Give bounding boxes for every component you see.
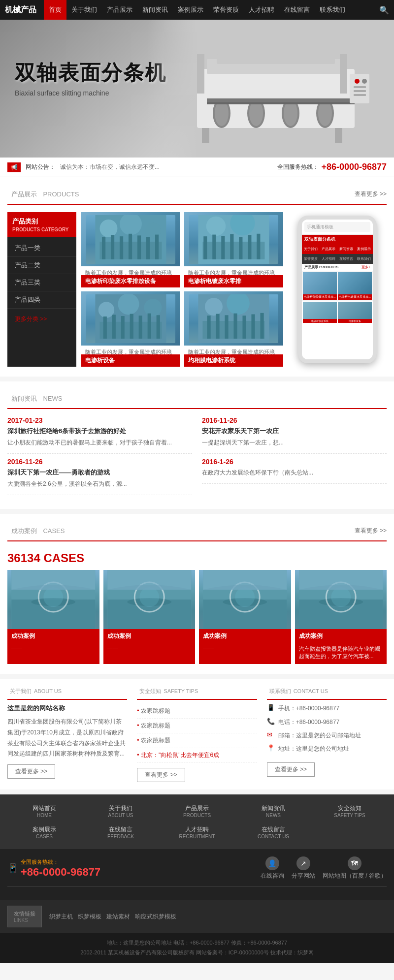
- hero-machine-image: [148, 20, 394, 158]
- news-date-3: 2016-11-26: [7, 458, 192, 466]
- friendly-links-list: 织梦主机 织梦模板 建站素材 响应式织梦模板: [49, 913, 176, 921]
- case-label-4: 成功案例: [295, 629, 387, 643]
- contact-phone: 📱 手机：+86-0000-96877: [267, 704, 387, 713]
- nav-about[interactable]: 关于我们: [66, 0, 102, 20]
- nav-cases[interactable]: 案例展示: [173, 0, 208, 20]
- news-item-3: 2016-11-26 深圳天下第一农庄——勇敢者的游戏 大鹏溯谷全长2.6公里，…: [7, 458, 192, 495]
- product-card-2[interactable]: 电渗析电镀废水零排 随着工业的发展，重金属造成的环境污染危害日益凸显。根据...: [184, 212, 283, 287]
- products-more-link[interactable]: 查看更多 >>: [355, 190, 387, 198]
- cases-header: 成功案例 CASES 查看更多 >>: [7, 519, 387, 541]
- contact-more-btn[interactable]: 查看更多 >>: [267, 762, 315, 777]
- phone-icon: 📱: [267, 704, 274, 711]
- svg-rect-45: [257, 233, 260, 259]
- nav-honor[interactable]: 荣誉资质: [208, 0, 244, 20]
- notice-bar: 📢 网站公告： 诚信为本：市场在变，诚信永远不变... 全国服务热线： +86-…: [0, 158, 394, 177]
- nav-news[interactable]: 新闻资讯: [137, 0, 173, 20]
- products-section: 产品展示 PRODUCTS 查看更多 >> 产品类别 PRODUCTS CATE…: [0, 177, 394, 377]
- svg-rect-63: [216, 314, 219, 338]
- footer-nav-feedback[interactable]: 在线留言 FEEDBACK: [84, 823, 158, 842]
- sidebar-more[interactable]: 更多分类 >>: [7, 311, 76, 327]
- safety-item-1[interactable]: 农家跳标题: [137, 704, 257, 719]
- safety-item-4[interactable]: 北京："向松鼠"比去年便宜6成: [137, 748, 257, 763]
- fl-item-4[interactable]: 响应式织梦模板: [135, 913, 176, 921]
- main-nav: 首页 关于我们 产品展示 新闻资讯 案例展示 荣誉资质 人才招聘 在线留言 联系…: [44, 0, 379, 20]
- svg-rect-30: [120, 236, 123, 259]
- news-excerpt-1: 让小朋友们能激动不已的暑假马上要来临，对于孩子独自背着...: [7, 438, 192, 447]
- svg-rect-12: [335, 128, 342, 143]
- footer-nav-about[interactable]: 关于我们 ABOUT US: [84, 802, 158, 821]
- products-grid: 电渗析印染废水零排放设备 随着工业的发展，重金属造成的环境污染危害日益凸显。根据…: [81, 212, 283, 367]
- nav-message[interactable]: 在线留言: [279, 0, 315, 20]
- news-title-2[interactable]: 安花开农家乐天下第一农庄: [202, 427, 387, 436]
- nav-recruit[interactable]: 人才招聘: [244, 0, 279, 20]
- product-card-1[interactable]: 电渗析印染废水零排放设备 随着工业的发展，重金属造成的环境污染危害日益凸显。根据…: [81, 212, 180, 287]
- nav-products[interactable]: 产品展示: [102, 0, 137, 20]
- contact-email: ✉ 邮箱：这里是您的公司邮箱地址: [267, 731, 387, 740]
- news-grid: 2017-01-23 深圳旅行社拒绝给6条带孩子去旅游的好处 让小朋友们能激动不…: [7, 416, 387, 499]
- footer-nav-news[interactable]: 新闻资讯 NEWS: [236, 802, 310, 821]
- svg-point-36: [206, 216, 226, 236]
- product-card-4[interactable]: 均相膜电渗析系统 随着工业的发展，重金属造成的环境污染危害日益凸显。根据...: [184, 291, 283, 367]
- safety-more-btn[interactable]: 查看更多 >>: [137, 768, 185, 782]
- svg-rect-14: [340, 54, 347, 94]
- hero-title-en: Biaxial surface slitting machine: [15, 89, 166, 97]
- case-card-3[interactable]: 成功案例 ——: [199, 570, 291, 664]
- news-column-left: 2017-01-23 深圳旅行社拒绝给6条带孩子去旅游的好处 让小朋友们能激动不…: [7, 416, 192, 499]
- case-label-3: 成功案例: [199, 629, 291, 643]
- safety-item-2[interactable]: 农家跳标题: [137, 719, 257, 733]
- about-more-btn[interactable]: 查看更多 >>: [7, 764, 55, 779]
- cases-title: 成功案例 CASES: [7, 526, 65, 536]
- fl-item-2[interactable]: 织梦模板: [78, 913, 101, 921]
- footer-nav-home[interactable]: 网站首页 HOME: [7, 802, 81, 821]
- fl-item-1[interactable]: 织梦主机: [49, 913, 73, 921]
- nav-contact[interactable]: 联系我们: [315, 0, 350, 20]
- footer-share-site[interactable]: ↗ 分享网站: [292, 856, 315, 880]
- svg-rect-56: [148, 313, 151, 338]
- sidebar-cat-1[interactable]: 产品一类: [7, 240, 76, 257]
- case-image-4: [295, 570, 387, 629]
- news-excerpt-2: 一提起深圳天下第一农庄，想...: [202, 438, 387, 447]
- news-title: 新闻资讯 NEWS: [7, 394, 62, 403]
- sidebar-cat-2[interactable]: 产品二类: [7, 257, 76, 274]
- footer-nav-products[interactable]: 产品展示 PRODUCTS: [160, 802, 234, 821]
- footer-online-consult[interactable]: 👤 在线咨询: [261, 856, 284, 880]
- product-card-3[interactable]: 电渗析设备 随着工业的发展，重金属造成的环境污染危害日益凸显。根据...: [81, 291, 180, 367]
- tel-icon: 📞: [267, 718, 274, 725]
- case-card-1[interactable]: 成功案例 ——: [7, 570, 99, 664]
- machine-illustration: [158, 30, 384, 148]
- footer-nav-safety[interactable]: 安全须知 SAFETY TIPS: [313, 802, 387, 821]
- contact-title: 联系我们CONTACT US: [267, 686, 387, 700]
- notice-icon: 📢: [7, 162, 21, 172]
- svg-rect-44: [248, 235, 251, 259]
- phone-screen: 手机通用模板 双轴表面分条机 关于我们 产品展示 新闻资讯 案例展示 荣誉资质 …: [302, 220, 373, 359]
- search-icon[interactable]: 🔍: [379, 5, 389, 15]
- hero-text: 双轴表面分条机 Biaxial surface slitting machine: [15, 59, 166, 97]
- footer-nav-contact[interactable]: 在线留言 CONTACT US: [236, 823, 310, 842]
- case-dash-1: ——: [7, 643, 99, 655]
- safety-item-3[interactable]: 农家跳标题: [137, 733, 257, 748]
- cases-more-link[interactable]: 查看更多 >>: [355, 527, 387, 535]
- sidebar-cat-3[interactable]: 产品三类: [7, 274, 76, 291]
- case-card-2[interactable]: 成功案例 ——: [103, 570, 196, 664]
- safety-title: 安全须知SAFETY TIPS: [137, 686, 257, 700]
- svg-rect-43: [239, 237, 242, 259]
- svg-rect-29: [111, 235, 114, 259]
- sidebar-cat-4[interactable]: 产品四类: [7, 291, 76, 309]
- nav-home[interactable]: 首页: [44, 0, 66, 20]
- fl-item-3[interactable]: 建站素材: [106, 913, 130, 921]
- footer-site-map[interactable]: 🗺 网站地图（百度 / 谷歌）: [323, 856, 387, 880]
- news-title-3[interactable]: 深圳天下第一农庄——勇敢者的游戏: [7, 468, 192, 477]
- news-excerpt-3: 大鹏溯谷全长2.6公里，溪谷以全石为底，源...: [7, 479, 192, 489]
- case-card-4[interactable]: 成功案例 汽车防盗报警器是伴随汽车业的崛起而诞生的，为了应付汽车被...: [295, 570, 387, 664]
- product-image-1: [81, 212, 180, 266]
- contact-address: 📍 地址：这里是您的公司地址: [267, 744, 387, 754]
- case-image-2: [103, 570, 196, 629]
- news-title-1[interactable]: 深圳旅行社拒绝给6条带孩子去旅游的好处: [7, 427, 192, 436]
- svg-rect-54: [130, 314, 133, 338]
- svg-rect-32: [137, 235, 141, 259]
- footer-nav-cases[interactable]: 案例展示 CASES: [7, 823, 81, 842]
- svg-rect-51: [103, 316, 107, 339]
- news-date-4: 2016-1-26: [202, 458, 387, 466]
- footer-nav-recruit[interactable]: 人才招聘 RECRUITMENT: [160, 823, 234, 842]
- svg-point-59: [205, 298, 223, 316]
